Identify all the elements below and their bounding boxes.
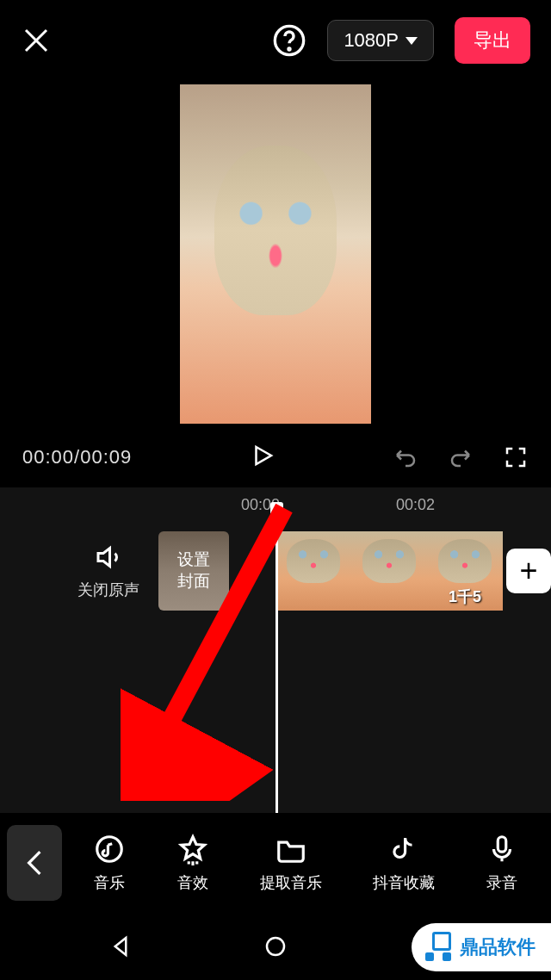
tab-music[interactable]: 音乐 <box>93 833 126 893</box>
chevron-left-icon <box>26 849 43 877</box>
player-controls: 00:00/00:09 <box>0 436 551 487</box>
redo-button[interactable] <box>448 444 474 470</box>
folder-icon <box>275 833 307 865</box>
timecode: 00:00/00:09 <box>22 446 132 468</box>
fullscreen-button[interactable] <box>503 444 529 470</box>
video-preview[interactable] <box>180 84 371 424</box>
set-cover-button[interactable]: 设置 封面 <box>158 531 229 611</box>
close-button[interactable] <box>21 25 52 56</box>
mute-original-button[interactable]: 关闭原声 <box>77 542 139 600</box>
play-button[interactable] <box>250 443 276 472</box>
watermark: 鼎品软件 <box>412 923 551 971</box>
tab-extract-music[interactable]: 提取音乐 <box>260 833 322 893</box>
add-clip-button[interactable]: + <box>506 549 551 593</box>
nav-back-icon[interactable] <box>108 933 133 959</box>
help-button[interactable] <box>272 23 306 58</box>
star-icon <box>176 833 209 865</box>
clip-thumbnail[interactable] <box>276 531 351 611</box>
nav-home-icon[interactable] <box>263 933 288 959</box>
svg-point-1 <box>288 48 290 50</box>
clip-thumbnail[interactable]: 1千5 <box>427 531 503 611</box>
tab-sfx[interactable]: 音效 <box>176 833 209 893</box>
svg-rect-4 <box>498 837 507 852</box>
timeline[interactable]: 00:00 00:02 关闭原声 设置 封面 1千5 + <box>0 487 551 832</box>
resolution-value: 1080P <box>344 29 399 52</box>
bottom-toolbar: 音乐 音效 提取音乐 抖音收藏 录音 <box>0 813 551 913</box>
preview-area <box>0 81 551 436</box>
clip-thumbnail[interactable] <box>351 531 427 611</box>
tab-record[interactable]: 录音 <box>486 833 518 893</box>
top-bar: 1080P 导出 <box>0 0 551 81</box>
resolution-selector[interactable]: 1080P <box>327 20 434 61</box>
watermark-logo-icon <box>424 932 455 963</box>
clip-track[interactable]: 1千5 + <box>276 531 551 611</box>
mic-icon <box>486 833 518 865</box>
speaker-icon <box>93 542 124 573</box>
playhead[interactable] <box>276 506 278 833</box>
chevron-down-icon <box>406 37 418 45</box>
music-icon <box>93 833 126 865</box>
undo-button[interactable] <box>393 444 418 470</box>
douyin-icon <box>387 833 420 865</box>
tab-douyin-favorites[interactable]: 抖音收藏 <box>373 833 435 893</box>
svg-point-5 <box>267 938 284 955</box>
back-button[interactable] <box>7 825 62 901</box>
export-button[interactable]: 导出 <box>455 17 530 64</box>
